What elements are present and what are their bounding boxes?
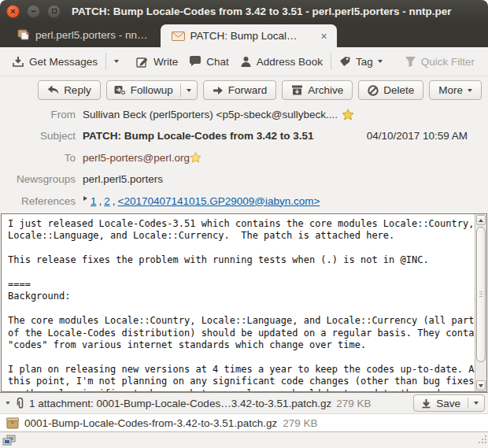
newsgroup-icon bbox=[17, 29, 30, 40]
from-value: Sullivan Beck (perl5porters) <p5p-sbeck@… bbox=[83, 109, 338, 120]
reference-link[interactable]: 1 bbox=[91, 195, 97, 207]
minimize-window-button[interactable]: − bbox=[27, 5, 40, 18]
tab-message[interactable]: PATCH: Bump Local… × bbox=[161, 24, 337, 47]
titlebar: × − PATCH: Bump Locale-Codes from 3.42 t… bbox=[0, 0, 488, 22]
tab-label: perl.perl5.porters - nn… bbox=[35, 29, 148, 41]
subject-label: Subject bbox=[6, 130, 76, 142]
reply-icon bbox=[47, 85, 59, 95]
quick-filter-label: Quick Filter bbox=[421, 56, 475, 68]
archive-file-icon bbox=[6, 417, 19, 429]
archive-icon bbox=[291, 85, 303, 95]
write-button[interactable]: Write bbox=[131, 51, 183, 72]
to-row: To perl5-porters@perl.org bbox=[6, 150, 482, 165]
delete-label: Delete bbox=[383, 84, 414, 96]
attachment-filename[interactable]: 0001-Bump-Locale-Codes-from-3.42-to-3.51… bbox=[24, 417, 277, 429]
maximize-icon bbox=[52, 9, 57, 13]
reply-button[interactable]: Reply bbox=[38, 80, 101, 100]
scroll-down-button[interactable] bbox=[476, 380, 486, 391]
chat-button[interactable]: Chat bbox=[183, 51, 235, 72]
followup-icon bbox=[114, 85, 126, 95]
more-label: More bbox=[438, 84, 463, 96]
network-status-icon[interactable] bbox=[2, 435, 17, 446]
forward-button[interactable]: Forward bbox=[203, 80, 277, 100]
archive-button[interactable]: Archive bbox=[282, 80, 353, 100]
tag-label: Tag bbox=[356, 56, 373, 68]
get-messages-label: Get Messages bbox=[29, 56, 98, 68]
resize-grip[interactable] bbox=[477, 433, 487, 447]
to-label: To bbox=[6, 152, 76, 164]
reference-link[interactable]: 2 bbox=[104, 195, 110, 207]
references-label: References bbox=[6, 195, 76, 207]
newsgroups-row: Newsgroups perl.perl5.porters bbox=[6, 172, 482, 187]
arrow-up-icon bbox=[479, 219, 483, 222]
tag-button[interactable]: Tag bbox=[334, 51, 388, 72]
followup-dropdown[interactable] bbox=[181, 81, 197, 99]
newsgroups-label: Newsgroups bbox=[6, 173, 76, 185]
address-book-label: Address Book bbox=[257, 56, 323, 68]
scrollbar-thumb[interactable] bbox=[476, 227, 486, 362]
delete-button[interactable]: Delete bbox=[358, 80, 423, 100]
get-messages-button[interactable]: Get Messages bbox=[6, 51, 103, 72]
main-toolbar: Get Messages Write Chat Address Book bbox=[0, 47, 488, 76]
message-date: 04/10/2017 10:59 AM bbox=[367, 130, 468, 142]
tab-strip: perl.perl5.porters - nn… PATCH: Bump Loc… bbox=[0, 22, 488, 47]
message-body-text: I just released Locale-Codes-3.51 which … bbox=[2, 214, 486, 392]
envelope-icon bbox=[172, 31, 185, 41]
save-label: Save bbox=[436, 398, 460, 409]
vertical-scrollbar[interactable] bbox=[475, 214, 486, 391]
attachment-summary-size: 279 KB bbox=[336, 398, 371, 409]
get-messages-icon bbox=[12, 56, 24, 68]
forward-label: Forward bbox=[228, 84, 268, 96]
followup-label: Followup bbox=[131, 84, 173, 96]
tab-newsgroup[interactable]: perl.perl5.porters - nn… bbox=[9, 25, 161, 47]
star-outline-icon[interactable] bbox=[190, 152, 201, 163]
address-book-icon bbox=[240, 56, 252, 68]
maximize-window-button[interactable] bbox=[47, 5, 61, 18]
write-icon bbox=[136, 56, 149, 68]
forward-icon bbox=[213, 86, 224, 95]
message-body-pane: I just released Locale-Codes-3.51 which … bbox=[1, 213, 487, 392]
save-button[interactable]: Save bbox=[414, 395, 468, 411]
close-window-button[interactable]: × bbox=[6, 5, 20, 18]
chat-icon bbox=[189, 56, 201, 67]
attachment-size: 279 KB bbox=[283, 417, 317, 429]
references-row: References 1, 2, <20170407141015.GP29009… bbox=[6, 194, 482, 208]
chevron-down-icon bbox=[474, 402, 479, 405]
to-value[interactable]: perl5-porters@perl.org bbox=[83, 152, 190, 164]
archive-label: Archive bbox=[308, 84, 343, 96]
newsgroups-value: perl.perl5.porters bbox=[83, 173, 163, 185]
header-fields: From Sullivan Beck (perl5porters) <p5p-s… bbox=[6, 107, 482, 208]
tab-close-icon[interactable]: × bbox=[319, 30, 328, 43]
more-button[interactable]: More bbox=[429, 80, 482, 100]
quick-filter-button[interactable]: Quick Filter bbox=[399, 51, 480, 72]
tab-label: PATCH: Bump Local… bbox=[190, 30, 298, 42]
get-messages-dropdown[interactable] bbox=[109, 55, 124, 68]
paperclip-icon bbox=[15, 398, 24, 409]
subject-row: Subject PATCH: Bump Locale-Codes from 3.… bbox=[6, 129, 482, 143]
window-title: PATCH: Bump Locale-Codes from 3.42 to 3.… bbox=[72, 6, 482, 17]
save-split-button: Save bbox=[413, 394, 485, 412]
scroll-up-button[interactable] bbox=[476, 215, 486, 225]
write-label: Write bbox=[153, 56, 178, 68]
save-dropdown[interactable] bbox=[468, 395, 484, 411]
reference-link[interactable]: <20170407141015.GP29009@iabyn.com> bbox=[118, 195, 320, 207]
followup-button[interactable]: Followup bbox=[107, 81, 180, 99]
tag-icon bbox=[339, 56, 351, 68]
chevron-down-icon bbox=[187, 89, 191, 92]
chat-label: Chat bbox=[206, 56, 229, 68]
subject-value: PATCH: Bump Locale-Codes from 3.42 to 3.… bbox=[83, 130, 314, 142]
arrow-down-icon bbox=[479, 384, 483, 387]
delete-icon bbox=[368, 85, 379, 96]
address-book-button[interactable]: Address Book bbox=[235, 51, 328, 72]
references-expander-icon[interactable] bbox=[83, 196, 87, 201]
save-download-icon bbox=[421, 398, 431, 409]
chevron-down-icon bbox=[468, 89, 472, 92]
from-label: From bbox=[6, 109, 76, 120]
attachment-bar: 1 attachment: 0001-Bump-Locale-Codes…3.4… bbox=[0, 392, 488, 413]
message-action-row: Reply Followup Forward bbox=[6, 80, 482, 100]
attachment-toggle-icon[interactable] bbox=[6, 402, 9, 405]
thunderbird-window: × − PATCH: Bump Locale-Codes from 3.42 t… bbox=[0, 0, 488, 448]
star-icon[interactable] bbox=[342, 109, 354, 120]
followup-split-button: Followup bbox=[106, 80, 198, 100]
chevron-down-icon bbox=[114, 60, 119, 63]
